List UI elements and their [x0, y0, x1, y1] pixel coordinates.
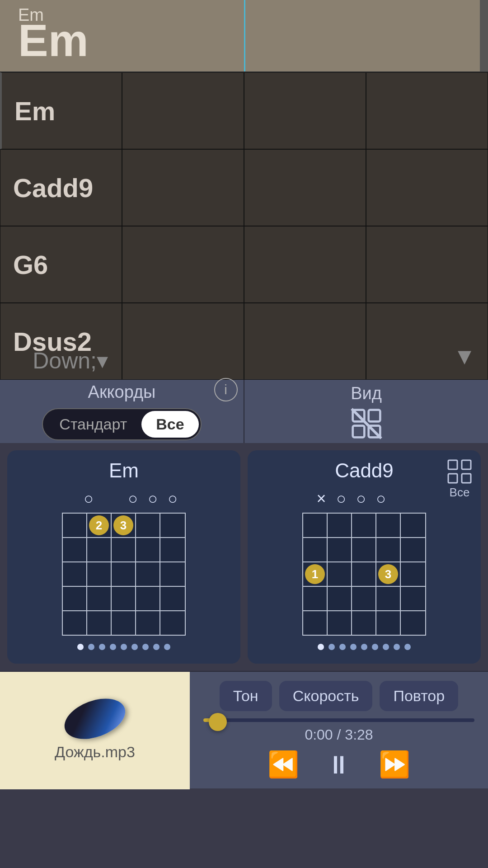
pad-cell-dsus2[interactable]: Dsus2 Down;▾ [0, 303, 122, 380]
toggle-standard[interactable]: Стандарт [45, 411, 141, 438]
cadd9-dot-9[interactable] [404, 644, 411, 650]
cadd9-f3s4 [401, 562, 425, 586]
em-f3s0 [63, 562, 87, 586]
pad-cell-g6[interactable]: G6 [0, 226, 122, 303]
tone-button[interactable]: Тон [220, 681, 272, 711]
bottom-panel: Аккорды i Стандарт Все Вид Em [0, 380, 488, 788]
pad-area: Em Em Em Cadd9 G6 Dsus2 Down;▾ [0, 0, 488, 380]
cadd9-f3s3: 3 [376, 562, 401, 586]
cadd9-finger-3: 3 [378, 564, 398, 584]
cadd9-f2s4 [401, 538, 425, 561]
toggle-all[interactable]: Все [141, 411, 198, 438]
pad-cell-r3c2[interactable] [244, 303, 366, 380]
pad-cell-r3c3[interactable]: ▾ [366, 303, 488, 380]
cadd9-f3s2 [352, 562, 376, 586]
chords-view-row: Аккорды i Стандарт Все Вид [0, 380, 488, 443]
pad-cell-r1c3[interactable] [366, 149, 488, 226]
view-title: Вид [351, 384, 382, 403]
pad-cell-r0c2[interactable] [244, 72, 366, 149]
scrollbar-track[interactable] [480, 0, 488, 71]
em-dot-8[interactable] [153, 644, 160, 650]
cadd9-dot-1[interactable] [318, 644, 324, 650]
cadd9-dot-4[interactable] [350, 644, 357, 650]
repeat-button[interactable]: Повтор [380, 681, 458, 711]
pad-cell-r1c1[interactable] [122, 149, 244, 226]
active-chord-small: Em [18, 5, 44, 25]
em-f3s1 [87, 562, 112, 586]
pad-cell-r1c2[interactable] [244, 149, 366, 226]
em-f3s4 [160, 562, 185, 586]
speed-button[interactable]: Скорость [279, 681, 373, 711]
pad-cell-r2c2[interactable] [244, 226, 366, 303]
em-f2s0 [63, 538, 87, 561]
cadd9-s3: ○ [371, 489, 391, 508]
cadd9-fret-row-5 [303, 611, 425, 635]
cadd9-dot-7[interactable] [383, 644, 389, 650]
rewind-button[interactable]: ⏪ [267, 750, 299, 779]
grid-all-button[interactable]: Все [447, 459, 472, 500]
view-section[interactable]: Вид [244, 380, 488, 443]
cadd9-fret-row-3: 1 3 [303, 562, 425, 587]
em-dot-3[interactable] [99, 644, 105, 650]
cadd9-dot-3[interactable] [339, 644, 346, 650]
svg-rect-1 [368, 410, 380, 421]
pad-cell-r2c1[interactable] [122, 226, 244, 303]
progress-thumb[interactable] [209, 713, 227, 731]
cadd9-dot-8[interactable] [394, 644, 400, 650]
cadd9-fret-row-4 [303, 587, 425, 611]
cadd9-dot-5[interactable] [361, 644, 367, 650]
cadd9-f2s2 [352, 538, 376, 561]
cadd9-dot-6[interactable] [372, 644, 378, 650]
em-fret-row-2 [63, 538, 185, 562]
em-f1s2: 3 [112, 514, 136, 537]
progress-bar[interactable] [203, 718, 474, 722]
fast-forward-button[interactable]: ⏩ [379, 750, 410, 779]
cadd9-f3s0: 1 [303, 562, 328, 586]
pad-cell-em[interactable]: Em [0, 72, 122, 149]
grid-off-icon [351, 408, 382, 439]
em-dot-2[interactable] [88, 644, 94, 650]
cadd9-finger-1: 1 [305, 564, 325, 584]
em-f5s2 [112, 611, 136, 635]
pad-cell-cadd9[interactable]: Cadd9 [0, 149, 122, 226]
pause-button[interactable]: ⏸ [326, 750, 352, 779]
em-dot-7[interactable] [142, 644, 149, 650]
em-dot-5[interactable] [121, 644, 127, 650]
em-f5s3 [136, 611, 160, 635]
pad-cell-r3c1[interactable] [122, 303, 244, 380]
pad-cell-r0c3[interactable] [366, 72, 488, 149]
grid-all-label: Все [450, 486, 470, 500]
em-f5s4 [160, 611, 185, 635]
chords-section: Аккорды i Стандарт Все [0, 380, 244, 443]
scroll-down-icon[interactable]: Down;▾ [33, 348, 108, 374]
svg-rect-8 [462, 474, 471, 483]
pad-cell-r0c1[interactable] [122, 72, 244, 149]
cadd9-f5s0 [303, 611, 328, 635]
em-s3: ○ [143, 489, 163, 508]
em-s2: ○ [123, 489, 143, 508]
info-button[interactable]: i [214, 378, 238, 401]
cadd9-f4s0 [303, 587, 328, 610]
em-dot-4[interactable] [110, 644, 116, 650]
cadd9-fret-row-2 [303, 538, 425, 562]
em-f3s2 [112, 562, 136, 586]
cadd9-pagination [318, 644, 411, 650]
em-f1s3 [136, 514, 160, 537]
em-dot-9[interactable] [164, 644, 170, 650]
em-string-indicators: ○ ○ ○ ○ [16, 489, 231, 508]
em-dot-6[interactable] [131, 644, 138, 650]
svg-rect-2 [352, 425, 364, 437]
cadd9-s0: × [311, 489, 331, 508]
em-f4s1 [87, 587, 112, 610]
player-controls: Тон Скорость Повтор 0:00 / 3:28 ⏪ ⏸ ⏩ [190, 672, 488, 788]
cadd9-f1s0 [303, 514, 328, 537]
em-dot-1[interactable] [77, 644, 84, 650]
cadd9-s2: ○ [351, 489, 371, 508]
svg-line-4 [352, 409, 381, 438]
cadd9-dot-2[interactable] [328, 644, 335, 650]
pad-cell-r2c3[interactable] [366, 226, 488, 303]
em-f4s4 [160, 587, 185, 610]
playhead-line [244, 0, 245, 71]
cadd9-diagram-title: Cadd9 [335, 459, 394, 482]
em-fret-row-1: 2 3 [63, 514, 185, 538]
